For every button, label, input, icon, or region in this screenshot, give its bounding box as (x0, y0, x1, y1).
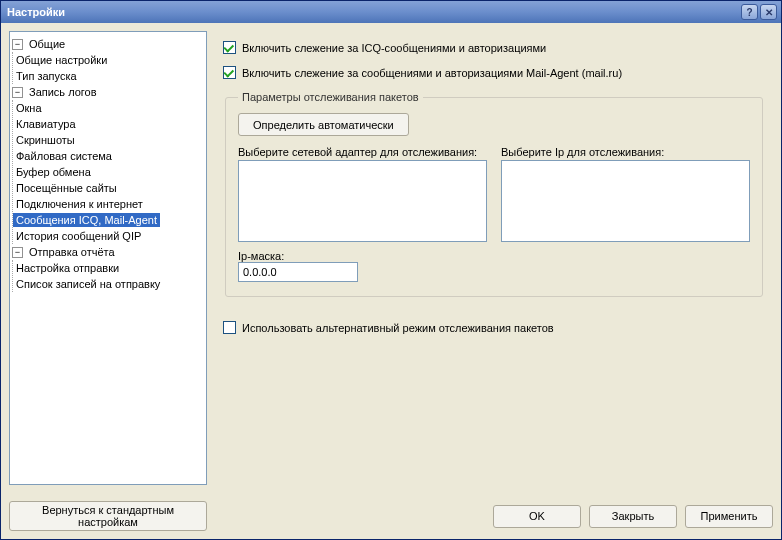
adapter-listbox[interactable] (238, 160, 487, 242)
reset-defaults-button[interactable]: Вернуться к стандартным настройкам (9, 501, 207, 531)
icq-tracking-row: Включить слежение за ICQ-сообщениями и а… (223, 41, 765, 54)
tree-node-send-list[interactable]: Список записей на отправку (13, 277, 163, 291)
ok-button[interactable]: OK (493, 505, 581, 528)
mailagent-tracking-label[interactable]: Включить слежение за сообщениями и автор… (242, 67, 622, 79)
main-panel: Включить слежение за ICQ-сообщениями и а… (215, 31, 773, 485)
ipmask-input[interactable] (238, 262, 358, 282)
close-window-button[interactable]: ✕ (760, 4, 777, 20)
auto-detect-button[interactable]: Определить автоматически (238, 113, 409, 136)
mailagent-tracking-checkbox[interactable] (223, 66, 236, 79)
alt-mode-checkbox[interactable] (223, 321, 236, 334)
ipmask-label: Ip-маска: (238, 250, 750, 262)
bottom-bar: Вернуться к стандартным настройкам OK За… (1, 493, 781, 539)
tree-node-startup-type[interactable]: Тип запуска (13, 69, 80, 83)
collapse-icon[interactable]: − (12, 247, 23, 258)
nav-tree[interactable]: − Общие Общие настройки Тип запуска − За… (9, 31, 207, 485)
tree-node-clipboard[interactable]: Буфер обмена (13, 165, 94, 179)
alt-mode-label[interactable]: Использовать альтернативный режим отслеж… (242, 322, 554, 334)
alt-mode-row: Использовать альтернативный режим отслеж… (223, 321, 765, 334)
ip-label: Выберите Ip для отслеживания: (501, 146, 750, 158)
titlebar-buttons: ? ✕ (741, 4, 777, 20)
window-title: Настройки (5, 6, 741, 18)
tree-node-windows[interactable]: Окна (13, 101, 45, 115)
tree-node-internet-conn[interactable]: Подключения к интернет (13, 197, 146, 211)
apply-button[interactable]: Применить (685, 505, 773, 528)
mailagent-tracking-row: Включить слежение за сообщениями и автор… (223, 66, 765, 79)
packet-params-group: Параметры отслеживания пакетов Определит… (225, 91, 763, 297)
packet-params-legend: Параметры отслеживания пакетов (238, 91, 423, 103)
adapter-label: Выберите сетевой адаптер для отслеживани… (238, 146, 487, 158)
tree-node-general[interactable]: Общие (26, 37, 68, 51)
tree-node-general-settings[interactable]: Общие настройки (13, 53, 110, 67)
content-area: − Общие Общие настройки Тип запуска − За… (1, 23, 781, 493)
tree-node-send-settings[interactable]: Настройка отправки (13, 261, 122, 275)
settings-window: Настройки ? ✕ − Общие Общие настройки Ти… (0, 0, 782, 540)
collapse-icon[interactable]: − (12, 87, 23, 98)
icq-tracking-label[interactable]: Включить слежение за ICQ-сообщениями и а… (242, 42, 546, 54)
tree-node-filesystem[interactable]: Файловая система (13, 149, 115, 163)
tree-node-report[interactable]: Отправка отчёта (26, 245, 118, 259)
tree-node-screenshots[interactable]: Скриншоты (13, 133, 78, 147)
tree-node-qip-history[interactable]: История сообщений QIP (13, 229, 144, 243)
collapse-icon[interactable]: − (12, 39, 23, 50)
ip-listbox[interactable] (501, 160, 750, 242)
close-button[interactable]: Закрыть (589, 505, 677, 528)
tree-node-keyboard[interactable]: Клавиатура (13, 117, 79, 131)
tree-node-logs[interactable]: Запись логов (26, 85, 100, 99)
tree-node-visited-sites[interactable]: Посещённые сайты (13, 181, 120, 195)
icq-tracking-checkbox[interactable] (223, 41, 236, 54)
titlebar: Настройки ? ✕ (1, 1, 781, 23)
help-button[interactable]: ? (741, 4, 758, 20)
tree-node-icq-mailagent[interactable]: Сообщения ICQ, Mail-Agent (13, 213, 160, 227)
